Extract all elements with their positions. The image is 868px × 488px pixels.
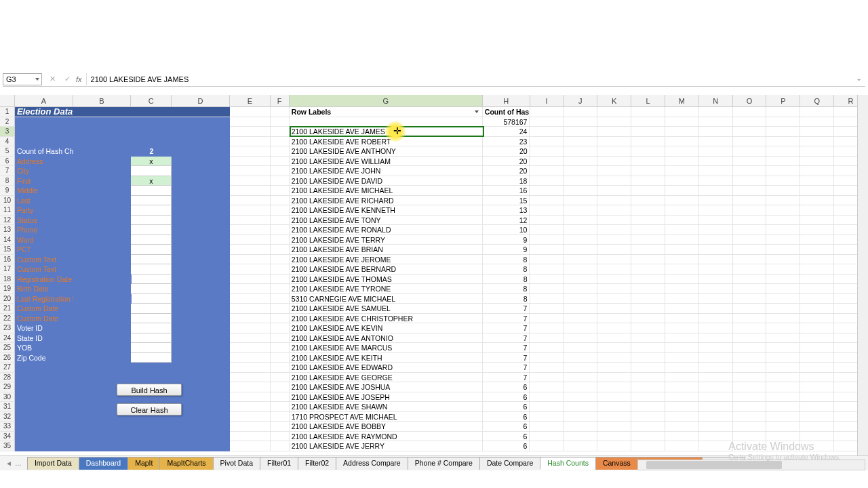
pivot-row-label[interactable]: 2100 LAKESIDE AVE ANTHONY xyxy=(290,146,483,157)
pivot-row-label[interactable]: 2100 LAKESIDE AVE RICHARD xyxy=(290,196,483,206)
row-header[interactable]: 21 xyxy=(0,304,15,314)
cell[interactable] xyxy=(665,117,699,127)
cell[interactable] xyxy=(597,245,631,255)
cell[interactable] xyxy=(271,176,290,186)
cell[interactable] xyxy=(597,127,631,137)
cell[interactable] xyxy=(73,353,132,363)
sheet-tab[interactable]: MapItCharts xyxy=(159,457,213,470)
cell[interactable] xyxy=(230,146,271,157)
cell[interactable] xyxy=(597,323,631,333)
cell[interactable] xyxy=(230,441,271,451)
cell[interactable] xyxy=(73,196,132,206)
cell[interactable] xyxy=(172,441,230,451)
cell[interactable] xyxy=(631,323,665,333)
cell[interactable] xyxy=(597,274,631,285)
cell[interactable] xyxy=(800,343,834,353)
cell[interactable] xyxy=(73,294,132,304)
cell[interactable] xyxy=(230,412,271,422)
row-header[interactable]: 5 xyxy=(0,146,15,157)
cell[interactable] xyxy=(631,441,665,451)
cell[interactable] xyxy=(699,363,733,373)
cell[interactable] xyxy=(564,205,597,216)
cell[interactable] xyxy=(172,333,230,344)
pivot-row-label[interactable]: 2100 LAKESIDE AVE RONALD xyxy=(290,225,483,235)
cell[interactable] xyxy=(271,294,290,304)
cell[interactable] xyxy=(271,205,290,216)
cell[interactable] xyxy=(131,363,172,373)
cell[interactable] xyxy=(800,382,834,392)
cell[interactable] xyxy=(631,196,665,206)
cell[interactable] xyxy=(733,314,767,324)
sheet-tab[interactable]: Date Compare xyxy=(479,457,540,470)
cell[interactable] xyxy=(597,284,631,294)
cell[interactable] xyxy=(800,284,834,294)
pivot-row-label[interactable]: 2100 LAKESIDE AVE KEVIN xyxy=(290,323,483,333)
cell[interactable] xyxy=(733,117,767,127)
cell[interactable] xyxy=(766,235,800,245)
cell[interactable] xyxy=(530,196,564,206)
cell[interactable] xyxy=(665,255,699,265)
cell[interactable] xyxy=(530,294,564,304)
pivot-row-label[interactable]: 2100 LAKESIDE AVE JEROME xyxy=(290,255,483,265)
cell[interactable] xyxy=(733,412,767,422)
cell[interactable] xyxy=(564,314,597,324)
cell[interactable] xyxy=(530,314,564,324)
cell[interactable] xyxy=(665,166,699,176)
cell[interactable] xyxy=(597,166,631,176)
cell[interactable] xyxy=(230,432,271,442)
build-hash-button[interactable]: Build Hash xyxy=(117,384,182,396)
pivot-row-label[interactable]: 2100 LAKESIDE AVE TERRY xyxy=(290,235,483,245)
hash-field-checkbox[interactable] xyxy=(131,304,172,314)
cell[interactable] xyxy=(73,235,132,245)
cell[interactable] xyxy=(230,186,271,196)
cell[interactable] xyxy=(73,333,132,344)
cell[interactable] xyxy=(530,353,564,363)
cell[interactable] xyxy=(564,166,597,176)
cell[interactable] xyxy=(172,225,230,235)
cell[interactable] xyxy=(631,264,665,274)
hash-field-checkbox[interactable] xyxy=(132,274,172,285)
col-header-H[interactable]: H xyxy=(483,95,530,106)
hash-field-checkbox[interactable] xyxy=(131,166,172,176)
cell[interactable] xyxy=(699,422,733,432)
cell[interactable] xyxy=(699,441,733,451)
cell[interactable] xyxy=(73,422,132,432)
cell[interactable] xyxy=(172,196,230,206)
row-header[interactable]: 1 xyxy=(0,107,15,117)
cell[interactable] xyxy=(766,216,800,226)
cell[interactable] xyxy=(172,343,230,353)
cell[interactable] xyxy=(733,294,767,304)
cell[interactable] xyxy=(800,235,834,245)
cell[interactable] xyxy=(530,304,564,314)
cell[interactable] xyxy=(733,127,767,137)
cell[interactable] xyxy=(733,382,767,392)
cell[interactable] xyxy=(271,166,290,176)
cell[interactable] xyxy=(766,255,800,265)
cell[interactable] xyxy=(230,117,271,127)
cell[interactable] xyxy=(631,382,665,392)
hash-field-checkbox[interactable] xyxy=(131,264,172,274)
cell[interactable] xyxy=(564,412,597,422)
pivot-row-count[interactable]: 20 xyxy=(483,166,530,176)
cell[interactable] xyxy=(73,284,132,294)
cell[interactable] xyxy=(564,323,597,333)
row-header[interactable]: 17 xyxy=(0,264,15,274)
pivot-row-count[interactable]: 16 xyxy=(483,186,530,196)
cell[interactable] xyxy=(665,176,699,186)
cell[interactable] xyxy=(15,412,73,422)
cell[interactable] xyxy=(564,333,597,344)
pivot-row-label[interactable]: 2100 LAKESIDE AVE EDWARD xyxy=(290,363,483,373)
cell[interactable] xyxy=(699,225,733,235)
cell[interactable] xyxy=(290,117,483,127)
pivot-row-count[interactable]: 23 xyxy=(483,137,530,147)
cell[interactable] xyxy=(131,422,172,432)
pivot-row-labels-header[interactable]: Row Labels xyxy=(290,107,483,117)
cell[interactable] xyxy=(530,422,564,432)
cell[interactable] xyxy=(699,382,733,392)
cell[interactable] xyxy=(530,235,564,245)
cell[interactable] xyxy=(800,166,834,176)
cell[interactable] xyxy=(631,117,665,127)
cell[interactable] xyxy=(15,137,73,147)
cell[interactable] xyxy=(631,216,665,226)
row-header[interactable]: 25 xyxy=(0,343,15,353)
